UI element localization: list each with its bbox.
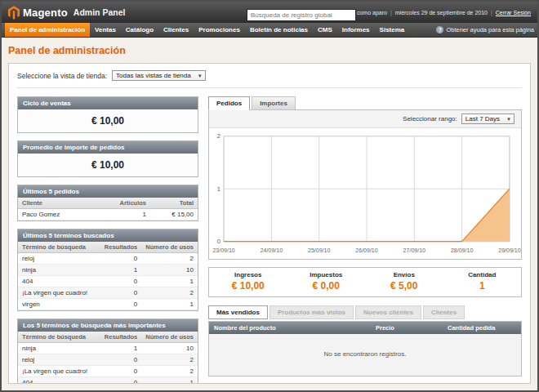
tab-nuevos-clientes: Nuevos clientes [355,305,421,319]
svg-text:27/09/10: 27/09/10 [403,247,426,253]
total-impuestos: Impuestos€ 0,00 [287,268,366,296]
total-env-os: Envíos€ 5,00 [365,268,443,296]
magento-logo: Magento Admin Panel [8,6,125,20]
store-view-select[interactable]: Todas las vistas de tienda ▼ [112,70,206,81]
chevron-down-icon: ▼ [198,74,203,78]
empty-row: No se encontraron registros. [209,334,521,376]
panel-title: Ciclo de ventas [18,97,198,109]
nav-item-informes[interactable]: Informes [337,23,375,37]
logout-link[interactable]: Cerrar Sesión [496,10,531,16]
table-row[interactable]: 40401 [18,377,198,385]
current-date: miércoles 29 de septiembre de 2010 [395,10,488,16]
page-content: Panel de administración Seleccione la vi… [2,38,537,390]
table-header-row: Término de búsquedaResultadosNúmero de u… [18,242,198,253]
empty-message: No se encontraron registros. [209,334,521,376]
table-header-row: Término de búsquedaResultadosNúmero de u… [18,332,198,343]
tab-productos-m-s-vistos: Productos más vistos [270,305,354,319]
table-header-row: ClienteArtículosTotal [18,198,198,209]
global-search-input[interactable] [247,9,356,21]
grid-tabs: Más vendidosProductos más vistosNuevos c… [208,305,522,321]
page-help-link[interactable]: ? Obtener ayuda para esta página [436,23,534,37]
products-table: Nombre del productoPrecioCantidad pedida… [209,322,521,376]
total-label: Envíos [365,271,443,278]
svg-text:1: 1 [217,185,220,193]
nav-item-sistema[interactable]: Sistema [375,23,410,37]
store-view-value: Todas las vistas de tienda [116,72,191,79]
column-header: Resultados [100,332,141,343]
top-5-search-terms-panel: Los 5 términos de búsqueda más important… [17,318,198,384]
table-row[interactable]: reloj02 [18,354,198,366]
tab-pedidos[interactable]: Pedidos [208,96,250,110]
nav-item-ventas[interactable]: Ventas [90,23,121,37]
column-header: Término de búsqueda [18,332,100,343]
table-row[interactable]: ¡La virgen que cuadro!02 [18,366,198,377]
column-header: Número de usos [141,242,198,253]
total-value: € 5,00 [365,280,443,292]
panel-title: Últimos 5 pedidos [18,185,198,198]
svg-text:25/09/10: 25/09/10 [308,247,331,253]
last-orders-table: ClienteArtículosTotal Paco Gomez1€ 15,00 [18,198,198,220]
svg-text:23/09/10: 23/09/10 [212,247,235,253]
nav-item-clientes[interactable]: Clientes [158,23,194,37]
table-row[interactable]: ¡La virgen que cuadro!02 [18,287,198,299]
total-label: Ingresos [209,271,287,278]
orders-chart-box: Seleccionar rango: Last 7 Days ▼ 01223/0… [208,109,522,260]
store-view-row: Seleccione la vista de tienda: Todas las… [17,70,522,88]
table-row[interactable]: ninja110 [18,343,198,354]
left-column: Ciclo de ventas € 10,00 Promedio de impo… [17,96,198,384]
table-row[interactable]: virgen01 [18,299,198,310]
total-value: € 10,00 [209,280,287,292]
nav-item-bolet-n-de-noticias[interactable]: Boletín de noticias [245,23,313,37]
nav-item-cms[interactable]: CMS [313,23,337,37]
table-row[interactable]: ninja110 [18,265,198,276]
nav-item-promociones[interactable]: Promociones [194,23,245,37]
last-5-orders-panel: Últimos 5 pedidos ClienteArtículosTotal … [17,185,198,221]
column-header: Nombre del producto [209,322,371,334]
global-search [247,6,356,21]
total-label: Impuestos [287,271,366,278]
top-search-table: Término de búsquedaResultadosNúmero de u… [18,332,198,384]
table-row[interactable]: reloj02 [18,253,198,265]
chevron-down-icon: ▼ [506,117,511,122]
panel-title: Promedio de importe de pedidos [18,141,198,154]
last-search-table: Término de búsquedaResultadosNúmero de u… [18,242,198,310]
table-row[interactable]: Paco Gomez1€ 15,00 [18,209,198,220]
help-label: Obtener ayuda para esta página [446,26,534,33]
dashboard-box: Seleccione la vista de tienda: Todas las… [8,63,531,384]
orders-area-chart: 01223/09/1024/09/1025/09/1026/09/1027/09… [209,128,521,259]
page-title: Panel de administración [8,45,531,56]
range-select[interactable]: Last 7 Days ▼ [461,114,514,124]
table-row[interactable]: 40401 [18,276,198,287]
total-value: 1 [443,280,522,292]
column-header: Precio [371,322,443,334]
svg-text:24/09/10: 24/09/10 [261,247,283,253]
column-header: Artículos [115,198,150,209]
nav-item-panel-de-administraci-n[interactable]: Panel de administración [5,23,90,37]
average-orders-value: € 10,00 [18,154,198,176]
column-header: Número de usos [141,332,198,343]
column-header: Total [150,198,198,209]
nav-item-cat-logo[interactable]: Catálogo [121,23,158,37]
svg-text:26/09/10: 26/09/10 [355,247,378,253]
logo-text: Magento [23,7,68,19]
svg-text:0: 0 [217,238,221,245]
store-view-label: Seleccione la vista de tienda: [17,72,107,80]
total-cantidad: Cantidad1 [443,268,522,296]
logo-subtitle: Admin Panel [74,7,126,17]
tab-clientes: Clientes [423,305,465,319]
column-header: Resultados [100,242,141,253]
main-nav: Panel de administraciónVentasCatálogoCli… [2,23,537,38]
magento-logo-icon [8,6,20,20]
total-value: € 0,00 [287,280,366,292]
panel-title: Los 5 términos de búsqueda más important… [18,319,198,332]
user-info: Accedió como aparo | miércoles 29 de sep… [335,10,531,16]
magento-admin-window: Magento Admin Panel Accedió como aparo |… [0,0,539,392]
total-label: Cantidad [443,271,522,278]
range-value: Last 7 Days [466,115,500,122]
column-header: Término de búsqueda [18,242,100,253]
panel-title: Últimos 5 términos buscados [18,229,198,242]
tab-m-s-vendidos[interactable]: Más vendidos [208,305,268,319]
tab-importes[interactable]: Importes [252,96,296,110]
top-header: Magento Admin Panel Accedió como aparo |… [2,2,537,23]
range-row: Seleccionar rango: Last 7 Days ▼ [209,110,521,128]
